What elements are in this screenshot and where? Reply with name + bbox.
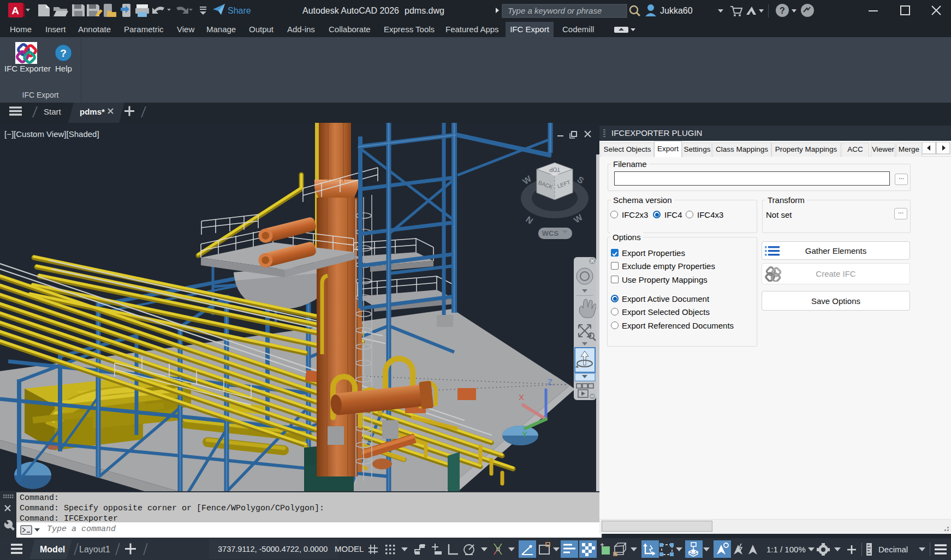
svg-text:Layout1: Layout1 (79, 545, 110, 554)
svg-text:Share: Share (228, 6, 251, 15)
svg-text:Start: Start (44, 107, 62, 116)
svg-text:Jukka60: Jukka60 (660, 6, 693, 15)
svg-text:Z: Z (548, 377, 552, 386)
svg-text:Help: Help (55, 64, 72, 73)
svg-text:Decimal: Decimal (878, 545, 908, 554)
svg-text:pdms*: pdms* (80, 107, 105, 116)
svg-text:pdms.dwg: pdms.dwg (405, 6, 444, 15)
svg-text:MODEL: MODEL (335, 544, 364, 553)
svg-text:?: ? (780, 6, 785, 15)
svg-text:TOP: TOP (549, 166, 560, 172)
svg-text:WCS: WCS (542, 229, 559, 237)
svg-text:?: ? (60, 47, 67, 59)
svg-text:Type a keyword or phrase: Type a keyword or phrase (508, 6, 602, 15)
svg-text:[−][Custom View][Shaded]: [−][Custom View][Shaded] (4, 129, 99, 139)
svg-text:X: X (519, 392, 524, 402)
svg-text:1:1 / 100%: 1:1 / 100% (766, 545, 806, 554)
svg-text:A: A (11, 5, 19, 16)
svg-text:Autodesk AutoCAD 2026: Autodesk AutoCAD 2026 (302, 6, 399, 15)
svg-text:3737.9112, -5000.4722, 0.0000: 3737.9112, -5000.4722, 0.0000 (218, 545, 328, 553)
svg-text:IFC Exporter: IFC Exporter (4, 64, 51, 73)
svg-text:Y: Y (522, 430, 527, 439)
svg-text:Model: Model (40, 545, 65, 554)
